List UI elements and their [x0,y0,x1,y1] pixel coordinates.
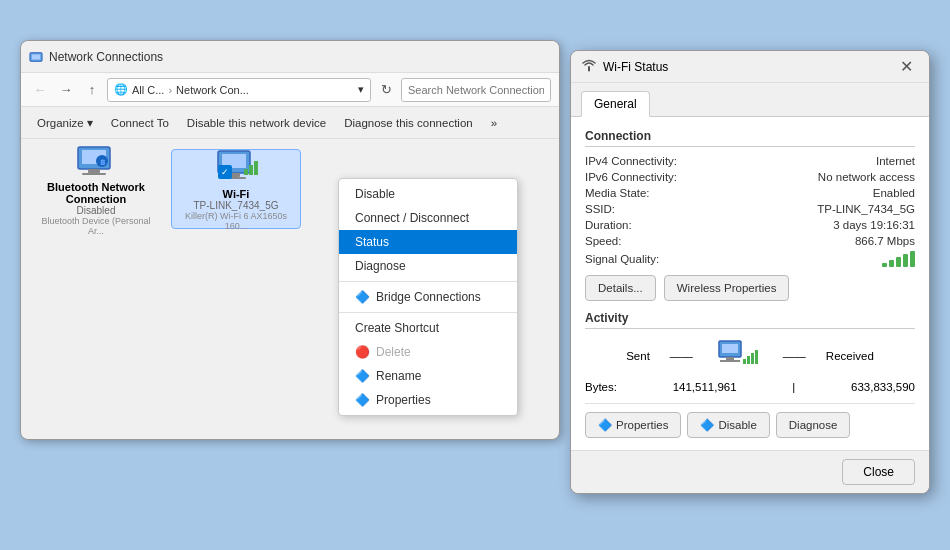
diagnose-button[interactable]: Diagnose [776,412,851,438]
ssid-value: TP-LINK_7434_5G [705,203,915,215]
close-button[interactable]: Close [842,459,915,485]
ctx-properties[interactable]: 🔷 Properties [339,388,517,412]
network-connections-icon [29,50,43,64]
signal-bar-5 [910,251,915,267]
media-state-row: Media State: Enabled [585,187,915,199]
signal-row: Signal Quality: [585,251,915,267]
connect-to-button[interactable]: Connect To [103,111,177,135]
network-activity-icon [713,337,763,375]
path-part1: All C... [132,84,164,96]
ctx-rename[interactable]: 🔷 Rename [339,364,517,388]
wireless-properties-button[interactable]: Wireless Properties [664,275,790,301]
up-button[interactable]: ↑ [81,79,103,101]
svg-rect-4 [88,169,100,173]
svg-point-15 [588,70,590,72]
ctx-bridge[interactable]: 🔷 Bridge Connections [339,285,517,309]
dialog-close-button[interactable]: ✕ [893,54,919,80]
svg-rect-19 [720,360,740,362]
activity-separator1: —— [670,350,693,362]
refresh-button[interactable]: ↻ [375,79,397,101]
bluetooth-sub: Bluetooth Device (Personal Ar... [37,216,155,236]
ssid-label: SSID: [585,203,705,215]
signal-bar-3 [896,257,901,267]
nc-window-title: Network Connections [49,50,163,64]
activity-section-title: Activity [585,311,915,329]
tab-general[interactable]: General [581,91,650,117]
ctx-delete-icon: 🔴 [355,345,370,359]
ipv6-row: IPv6 Connectivity: No network access [585,171,915,183]
bluetooth-status: Disabled [77,205,116,216]
details-button[interactable]: Details... [585,275,656,301]
duration-value: 3 days 19:16:31 [705,219,915,231]
address-path[interactable]: 🌐 All C... › Network Con... ▾ [107,78,371,102]
dialog-tabs: General [571,83,929,117]
ctx-bridge-icon: 🔷 [355,290,370,304]
activity-separator2: —— [783,350,806,362]
duration-row: Duration: 3 days 19:16:31 [585,219,915,231]
adapter-list: ʙ Bluetooth NetworkConnection Disabled B… [31,149,301,431]
wifi-name: Wi-Fi [223,188,250,200]
selected-check: ✓ [218,165,232,179]
ctx-sep1 [339,281,517,282]
search-input[interactable] [401,78,551,102]
svg-rect-14 [254,161,258,175]
wifi-title-icon [581,57,597,76]
path-dropdown-icon: ▾ [358,83,364,96]
path-icon: 🌐 [114,83,128,96]
svg-rect-20 [743,359,746,364]
ctx-connect[interactable]: Connect / Disconnect [339,206,517,230]
bluetooth-adapter[interactable]: ʙ Bluetooth NetworkConnection Disabled B… [31,149,161,229]
diagnose-connection-button[interactable]: Diagnose this connection [336,111,481,135]
ctx-bridge-label: Bridge Connections [376,290,481,304]
properties-label: Properties [616,419,668,431]
ctx-disable[interactable]: Disable [339,182,517,206]
wifi-sub: Killer(R) Wi-Fi 6 AX1650s 160... [178,211,294,231]
ctx-disable-label: Disable [355,187,395,201]
back-button[interactable]: ← [29,79,51,101]
disable-button[interactable]: 🔷 Disable [687,412,769,438]
disable-device-button[interactable]: Disable this network device [179,111,334,135]
properties-icon: 🔷 [598,418,612,432]
more-button[interactable]: » [483,111,505,135]
svg-rect-12 [244,169,248,175]
bytes-row: Bytes: 141,511,961 | 633,833,590 [585,381,915,393]
speed-value: 866.7 Mbps [705,235,915,247]
dialog-title-area: Wi-Fi Status [581,57,893,76]
signal-bar-1 [882,263,887,267]
duration-label: Duration: [585,219,705,231]
signal-bars [705,251,915,267]
received-bytes: 633,833,590 [851,381,915,393]
bytes-label: Bytes: [585,381,617,393]
forward-button[interactable]: → [55,79,77,101]
nc-toolbar: Organize ▾ Connect To Disable this netwo… [21,107,559,139]
speed-label: Speed: [585,235,705,247]
ctx-diagnose[interactable]: Diagnose [339,254,517,278]
ctx-shortcut[interactable]: Create Shortcut [339,316,517,340]
signal-bar-4 [903,254,908,267]
dialog-title-text: Wi-Fi Status [603,60,668,74]
wifi-status-dialog: Wi-Fi Status ✕ General Connection IPv4 C… [570,50,930,494]
dialog-body: Connection IPv4 Connectivity: Internet I… [571,117,929,450]
connection-section-title: Connection [585,129,915,147]
svg-rect-18 [726,357,734,360]
organize-button[interactable]: Organize ▾ [29,111,101,135]
ipv4-label: IPv4 Connectivity: [585,155,705,167]
sent-bytes: 141,511,961 [673,381,737,393]
svg-rect-23 [755,350,758,364]
properties-button[interactable]: 🔷 Properties [585,412,681,438]
ipv4-row: IPv4 Connectivity: Internet [585,155,915,167]
wifi-adapter[interactable]: ✓ Wi-Fi TP-LINK_7434_5G Killer(R) Wi-Fi … [171,149,301,229]
activity-header: Sent —— —— [585,337,915,375]
ctx-rename-label: Rename [376,369,421,383]
bytes-divider: | [792,381,795,393]
svg-rect-21 [747,356,750,364]
nc-titlebar: Network Connections [21,41,559,73]
ctx-status[interactable]: Status [339,230,517,254]
svg-rect-5 [82,173,106,175]
dialog-footer: Close [571,450,929,493]
svg-rect-13 [249,165,253,175]
activity-buttons: 🔷 Properties 🔷 Disable Diagnose [585,403,915,438]
signal-bar-2 [889,260,894,267]
nc-address-bar: ← → ↑ 🌐 All C... › Network Con... ▾ ↻ [21,73,559,107]
svg-rect-22 [751,353,754,364]
